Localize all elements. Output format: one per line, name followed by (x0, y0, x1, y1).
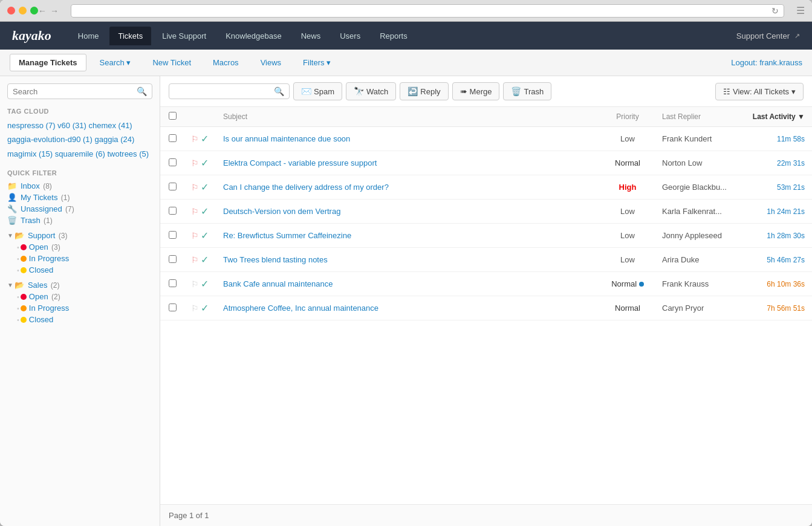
filters-label: Filters (303, 58, 324, 67)
filter-my-tickets[interactable]: 👤 My Tickets (1) (7, 192, 152, 203)
manage-tickets-button[interactable]: Manage Tickets (10, 54, 86, 71)
ticket-subject-link[interactable]: Can I change the delivery address of my … (223, 183, 389, 192)
filter-support[interactable]: ▼ 📂 Support (3) (7, 230, 152, 241)
filter-sales-open[interactable]: • Open (2) (7, 291, 152, 302)
filter-sales[interactable]: ▼ 📂 Sales (2) (7, 279, 152, 291)
ticket-subject-link[interactable]: Atmosphere Coffee, Inc annual maintenanc… (223, 304, 378, 313)
tag-chemex[interactable]: chemex (41) (88, 121, 132, 130)
tag-squaremile[interactable]: squaremile (6) (55, 149, 105, 158)
activity-time: 1h 28m 30s (767, 232, 805, 240)
search-dropdown-button[interactable]: Search ▾ (91, 54, 140, 71)
sidebar-search-input[interactable] (13, 87, 137, 96)
row-checkbox[interactable] (169, 183, 177, 190)
sales-collapse-icon[interactable]: ▼ (7, 282, 13, 288)
replier-name: Arira Duke (662, 255, 699, 264)
flag-icon[interactable]: ⚐ (191, 207, 199, 216)
row-checkbox[interactable] (169, 207, 177, 215)
filter-sales-inprogress[interactable]: • In Progress (7, 302, 152, 314)
address-bar[interactable]: ↻ (71, 4, 784, 18)
filter-support-inprogress[interactable]: • In Progress (7, 253, 152, 264)
filter-sales-closed[interactable]: • Closed (7, 314, 152, 325)
row-checkbox[interactable] (169, 304, 177, 311)
filter-support-open[interactable]: • Open (3) (7, 241, 152, 253)
merge-button[interactable]: ➠ Merge (452, 82, 500, 100)
flag-icon[interactable]: ⚐ (191, 134, 199, 144)
row-checkbox[interactable] (169, 231, 177, 239)
flag-icon[interactable]: ⚐ (191, 158, 199, 168)
logout-link[interactable]: Logout: frank.krauss (731, 58, 802, 67)
ticket-subject-link[interactable]: Bank Cafe annual maintenance (223, 279, 333, 288)
row-checkbox-cell (160, 296, 184, 320)
subject-cell: Two Trees blend tasting notes (216, 248, 600, 272)
reply-button[interactable]: ↩️ Reply (400, 82, 448, 100)
open-status-dot (21, 244, 27, 250)
col-priority-header: Priority (600, 107, 655, 127)
nav-news[interactable]: News (293, 27, 330, 45)
tag-gaggia-evolution[interactable]: gaggia-evolution-d90 (1) (7, 135, 93, 144)
forward-button[interactable]: → (50, 6, 59, 16)
row-checkbox[interactable] (169, 255, 177, 263)
content-search-input[interactable] (174, 87, 274, 96)
maximize-button[interactable] (30, 7, 38, 15)
watch-button[interactable]: 🔭 Watch (346, 82, 396, 100)
filter-unassigned[interactable]: 🔧 Unassigned (7) (7, 203, 152, 215)
col-activity-header[interactable]: Last Activity ▼ (739, 107, 812, 127)
row-checkbox[interactable] (169, 134, 177, 142)
ticket-subject-link[interactable]: Elektra Compact - variable pressure supp… (223, 158, 377, 167)
nav-live-support[interactable]: Live Support (154, 27, 215, 45)
row-icons-cell: ⚐ ✓ (184, 224, 216, 248)
support-center-link[interactable]: Support Center (736, 31, 790, 41)
ticket-subject-link[interactable]: Is our annual maintenance due soon (223, 134, 350, 143)
filter-trash[interactable]: 🗑️ Trash (1) (7, 215, 152, 226)
tag-nespresso[interactable]: nespresso (7) (7, 121, 55, 130)
nav-tickets[interactable]: Tickets (109, 27, 151, 45)
filter-inbox-count: (8) (41, 182, 52, 190)
tag-twotrees[interactable]: twotrees (5) (107, 149, 149, 158)
ticket-subject-link[interactable]: Two Trees blend tasting notes (223, 255, 328, 264)
views-button[interactable]: Views (252, 54, 290, 71)
content-search-icon: 🔍 (274, 86, 284, 96)
filter-support-closed[interactable]: • Closed (7, 264, 152, 276)
spam-icon: ✉️ (301, 86, 311, 96)
nav-reports[interactable]: Reports (371, 27, 416, 45)
support-collapse-icon[interactable]: ▼ (7, 232, 13, 239)
table-row: ⚐ ✓ Can I change the delivery address of… (160, 175, 812, 200)
row-icons-cell: ⚐ ✓ (184, 151, 216, 175)
nav-knowledgebase[interactable]: Knowledgebase (217, 27, 290, 45)
trash-button[interactable]: 🗑️ Trash (503, 82, 551, 100)
flag-icon[interactable]: ⚐ (191, 279, 199, 289)
row-checkbox[interactable] (169, 158, 177, 166)
ticket-subject-link[interactable]: Re: Brewfictus Summer Caffeinezine (223, 231, 351, 240)
flag-icon[interactable]: ⚐ (191, 183, 199, 192)
close-button[interactable] (7, 7, 15, 15)
sidebar-search-box[interactable]: 🔍 (7, 83, 152, 99)
filter-inbox[interactable]: 📁 Inbox (8) (7, 180, 152, 192)
subject-cell: Deutsch-Version von dem Vertrag (216, 200, 600, 224)
ticket-subject-link[interactable]: Deutsch-Version von dem Vertrag (223, 207, 340, 216)
priority-cell: Low (600, 248, 655, 272)
browser-menu-icon[interactable]: ☰ (796, 5, 805, 16)
minimize-button[interactable] (19, 7, 27, 15)
row-checkbox[interactable] (169, 279, 177, 287)
flag-icon[interactable]: ⚐ (191, 304, 199, 313)
tag-magimix[interactable]: magimix (15) (7, 149, 53, 158)
tickets-list: Subject Priority Last Replier Last Activ… (160, 107, 812, 320)
back-button[interactable]: ← (38, 6, 47, 16)
flag-icon[interactable]: ⚐ (191, 255, 199, 265)
row-icons-cell: ⚐ ✓ (184, 272, 216, 296)
spam-button[interactable]: ✉️ Spam (293, 82, 342, 100)
table-row: ⚐ ✓ Is our annual maintenance due soon L… (160, 127, 812, 151)
tag-v60[interactable]: v60 (31) (57, 121, 86, 130)
nav-home[interactable]: Home (70, 27, 108, 45)
macros-button[interactable]: Macros (204, 54, 247, 71)
refresh-icon[interactable]: ↻ (771, 6, 779, 16)
logo[interactable]: kayako (12, 28, 51, 44)
content-search-box[interactable]: 🔍 (169, 83, 290, 99)
filters-dropdown-button[interactable]: Filters ▾ (294, 54, 339, 71)
nav-users[interactable]: Users (331, 27, 369, 45)
new-ticket-button[interactable]: New Ticket (144, 54, 200, 71)
select-all-checkbox[interactable] (169, 112, 177, 120)
view-dropdown-button[interactable]: ☷ View: All Tickets ▾ (715, 83, 804, 100)
tag-gaggia[interactable]: gaggia (24) (95, 135, 135, 144)
flag-icon[interactable]: ⚐ (191, 231, 199, 241)
